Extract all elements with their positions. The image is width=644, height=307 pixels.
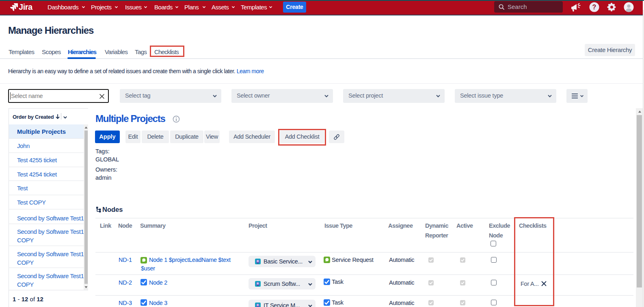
svg-text:?: ? bbox=[592, 4, 596, 11]
